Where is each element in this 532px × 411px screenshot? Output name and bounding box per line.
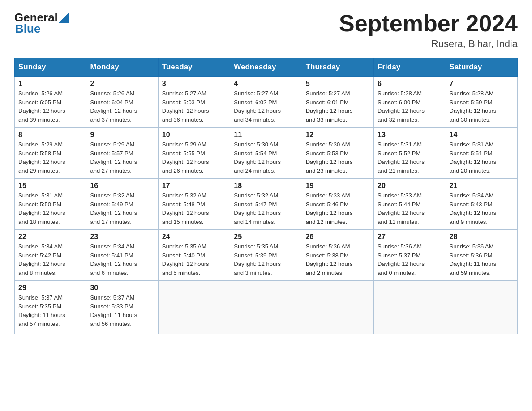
page-header: General Blue September 2024 Rusera, Biha…: [14, 11, 518, 50]
calendar-cell: 18Sunrise: 5:32 AMSunset: 5:47 PMDayligh…: [230, 179, 302, 230]
day-info: Sunrise: 5:32 AMSunset: 5:47 PMDaylight:…: [234, 191, 298, 226]
day-info: Sunrise: 5:34 AMSunset: 5:41 PMDaylight:…: [90, 242, 154, 277]
day-info: Sunrise: 5:35 AMSunset: 5:39 PMDaylight:…: [234, 242, 298, 277]
day-number: 11: [234, 131, 298, 139]
day-info: Sunrise: 5:36 AMSunset: 5:37 PMDaylight:…: [378, 242, 442, 277]
col-header-saturday: Saturday: [446, 58, 517, 77]
calendar-cell: 14Sunrise: 5:31 AMSunset: 5:51 PMDayligh…: [446, 128, 517, 179]
day-number: 13: [378, 131, 442, 139]
calendar-week-row: 29Sunrise: 5:37 AMSunset: 5:35 PMDayligh…: [15, 281, 518, 334]
day-number: 30: [90, 284, 154, 292]
calendar-week-row: 1Sunrise: 5:26 AMSunset: 6:05 PMDaylight…: [15, 77, 518, 128]
day-number: 24: [162, 233, 226, 241]
day-number: 10: [162, 131, 226, 139]
day-number: 8: [18, 131, 82, 139]
calendar-cell: [374, 281, 446, 334]
calendar-cell: [302, 281, 373, 334]
day-info: Sunrise: 5:34 AMSunset: 5:43 PMDaylight:…: [450, 191, 514, 226]
col-header-tuesday: Tuesday: [158, 58, 230, 77]
day-info: Sunrise: 5:29 AMSunset: 5:57 PMDaylight:…: [90, 140, 154, 175]
calendar-week-row: 22Sunrise: 5:34 AMSunset: 5:42 PMDayligh…: [15, 230, 518, 281]
svg-marker-0: [59, 13, 69, 23]
calendar-cell: 23Sunrise: 5:34 AMSunset: 5:41 PMDayligh…: [86, 230, 158, 281]
day-info: Sunrise: 5:30 AMSunset: 5:53 PMDaylight:…: [306, 140, 370, 175]
calendar-cell: 21Sunrise: 5:34 AMSunset: 5:43 PMDayligh…: [446, 179, 517, 230]
day-number: 7: [450, 80, 514, 88]
calendar-cell: 5Sunrise: 5:27 AMSunset: 6:01 PMDaylight…: [302, 77, 373, 128]
day-info: Sunrise: 5:31 AMSunset: 5:51 PMDaylight:…: [450, 140, 514, 175]
day-number: 16: [90, 182, 154, 190]
calendar-cell: 1Sunrise: 5:26 AMSunset: 6:05 PMDaylight…: [15, 77, 86, 128]
title-area: September 2024 Rusera, Bihar, India: [339, 11, 518, 50]
calendar-table: SundayMondayTuesdayWednesdayThursdayFrid…: [14, 58, 518, 334]
day-info: Sunrise: 5:29 AMSunset: 5:58 PMDaylight:…: [18, 140, 82, 175]
day-number: 14: [450, 131, 514, 139]
calendar-cell: 9Sunrise: 5:29 AMSunset: 5:57 PMDaylight…: [86, 128, 158, 179]
day-number: 18: [234, 182, 298, 190]
calendar-cell: [446, 281, 517, 334]
day-number: 3: [162, 80, 226, 88]
calendar-cell: 25Sunrise: 5:35 AMSunset: 5:39 PMDayligh…: [230, 230, 302, 281]
day-info: Sunrise: 5:31 AMSunset: 5:50 PMDaylight:…: [18, 191, 82, 226]
calendar-cell: [158, 281, 230, 334]
calendar-title: September 2024: [339, 11, 518, 36]
day-number: 15: [18, 182, 82, 190]
day-info: Sunrise: 5:27 AMSunset: 6:02 PMDaylight:…: [234, 89, 298, 124]
day-info: Sunrise: 5:36 AMSunset: 5:38 PMDaylight:…: [306, 242, 370, 277]
col-header-thursday: Thursday: [302, 58, 373, 77]
calendar-cell: 4Sunrise: 5:27 AMSunset: 6:02 PMDaylight…: [230, 77, 302, 128]
day-number: 9: [90, 131, 154, 139]
day-info: Sunrise: 5:36 AMSunset: 5:36 PMDaylight:…: [450, 242, 514, 277]
day-info: Sunrise: 5:32 AMSunset: 5:48 PMDaylight:…: [162, 191, 226, 226]
logo: General Blue: [14, 11, 69, 36]
day-info: Sunrise: 5:30 AMSunset: 5:54 PMDaylight:…: [234, 140, 298, 175]
calendar-cell: 11Sunrise: 5:30 AMSunset: 5:54 PMDayligh…: [230, 128, 302, 179]
day-info: Sunrise: 5:31 AMSunset: 5:52 PMDaylight:…: [378, 140, 442, 175]
day-info: Sunrise: 5:26 AMSunset: 6:05 PMDaylight:…: [18, 89, 82, 124]
calendar-cell: 28Sunrise: 5:36 AMSunset: 5:36 PMDayligh…: [446, 230, 517, 281]
day-info: Sunrise: 5:28 AMSunset: 5:59 PMDaylight:…: [450, 89, 514, 124]
calendar-cell: 7Sunrise: 5:28 AMSunset: 5:59 PMDaylight…: [446, 77, 517, 128]
day-info: Sunrise: 5:37 AMSunset: 5:33 PMDaylight:…: [90, 293, 154, 328]
day-number: 23: [90, 233, 154, 241]
calendar-header-row: SundayMondayTuesdayWednesdayThursdayFrid…: [15, 58, 518, 77]
day-number: 20: [378, 182, 442, 190]
day-number: 5: [306, 80, 370, 88]
calendar-cell: 17Sunrise: 5:32 AMSunset: 5:48 PMDayligh…: [158, 179, 230, 230]
day-number: 27: [378, 233, 442, 241]
calendar-cell: 8Sunrise: 5:29 AMSunset: 5:58 PMDaylight…: [15, 128, 86, 179]
calendar-cell: 12Sunrise: 5:30 AMSunset: 5:53 PMDayligh…: [302, 128, 373, 179]
calendar-subtitle: Rusera, Bihar, India: [339, 38, 518, 50]
calendar-cell: 24Sunrise: 5:35 AMSunset: 5:40 PMDayligh…: [158, 230, 230, 281]
calendar-cell: 13Sunrise: 5:31 AMSunset: 5:52 PMDayligh…: [374, 128, 446, 179]
day-number: 6: [378, 80, 442, 88]
day-info: Sunrise: 5:28 AMSunset: 6:00 PMDaylight:…: [378, 89, 442, 124]
day-info: Sunrise: 5:26 AMSunset: 6:04 PMDaylight:…: [90, 89, 154, 124]
day-number: 28: [450, 233, 514, 241]
calendar-cell: 27Sunrise: 5:36 AMSunset: 5:37 PMDayligh…: [374, 230, 446, 281]
day-info: Sunrise: 5:34 AMSunset: 5:42 PMDaylight:…: [18, 242, 82, 277]
calendar-week-row: 15Sunrise: 5:31 AMSunset: 5:50 PMDayligh…: [15, 179, 518, 230]
col-header-sunday: Sunday: [15, 58, 86, 77]
calendar-cell: 30Sunrise: 5:37 AMSunset: 5:33 PMDayligh…: [86, 281, 158, 334]
calendar-cell: 2Sunrise: 5:26 AMSunset: 6:04 PMDaylight…: [86, 77, 158, 128]
day-number: 4: [234, 80, 298, 88]
day-number: 25: [234, 233, 298, 241]
calendar-cell: 22Sunrise: 5:34 AMSunset: 5:42 PMDayligh…: [15, 230, 86, 281]
day-info: Sunrise: 5:33 AMSunset: 5:46 PMDaylight:…: [306, 191, 370, 226]
calendar-cell: 15Sunrise: 5:31 AMSunset: 5:50 PMDayligh…: [15, 179, 86, 230]
day-number: 19: [306, 182, 370, 190]
day-number: 1: [18, 80, 82, 88]
day-number: 17: [162, 182, 226, 190]
calendar-cell: [230, 281, 302, 334]
col-header-wednesday: Wednesday: [230, 58, 302, 77]
day-info: Sunrise: 5:35 AMSunset: 5:40 PMDaylight:…: [162, 242, 226, 277]
day-info: Sunrise: 5:27 AMSunset: 6:03 PMDaylight:…: [162, 89, 226, 124]
calendar-cell: 19Sunrise: 5:33 AMSunset: 5:46 PMDayligh…: [302, 179, 373, 230]
day-info: Sunrise: 5:32 AMSunset: 5:49 PMDaylight:…: [90, 191, 154, 226]
day-info: Sunrise: 5:37 AMSunset: 5:35 PMDaylight:…: [18, 293, 82, 328]
day-info: Sunrise: 5:29 AMSunset: 5:55 PMDaylight:…: [162, 140, 226, 175]
calendar-cell: 26Sunrise: 5:36 AMSunset: 5:38 PMDayligh…: [302, 230, 373, 281]
col-header-friday: Friday: [374, 58, 446, 77]
calendar-cell: 29Sunrise: 5:37 AMSunset: 5:35 PMDayligh…: [15, 281, 86, 334]
